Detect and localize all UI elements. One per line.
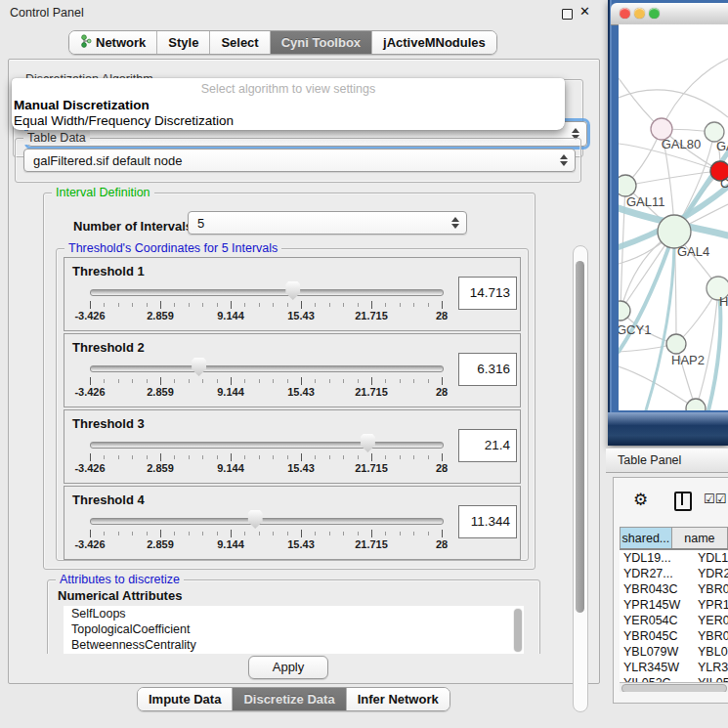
tab-discretize-data[interactable]: Discretize Data	[233, 688, 346, 710]
table-row[interactable]: YLR345WYLR34	[620, 660, 728, 675]
zoom-traffic-light[interactable]	[649, 8, 660, 19]
algorithm-option-manual-discretization[interactable]: Manual Discretization	[14, 98, 563, 113]
network-node[interactable]	[666, 334, 686, 354]
thresholds-group: Threshold's Coordinates for 5 Intervals …	[56, 248, 529, 561]
cell-name: YBR04	[692, 581, 728, 597]
cell-shared-name: YBL079W	[620, 644, 692, 660]
table-data-title: Table Data	[23, 131, 90, 145]
attribute-item-betweennesscentrality[interactable]: BetweennessCentrality	[64, 637, 524, 653]
algorithm-popup-hint: Select algorithm to view settings	[12, 82, 565, 96]
network-icon	[80, 34, 92, 51]
interval-definition-group: Interval Definition Number of Intervals …	[43, 193, 535, 570]
table-row[interactable]: YBL079WYBL07	[620, 644, 728, 660]
slider-thumb[interactable]	[360, 434, 376, 452]
float-window-icon[interactable]	[562, 9, 573, 20]
table-row[interactable]: YER054CYER05	[620, 613, 728, 628]
split-columns-icon[interactable]	[674, 492, 692, 511]
node-label-gal11: GAL11	[626, 194, 665, 209]
tab-cyni-toolbox[interactable]: Cyni Toolbox	[271, 31, 372, 54]
table-panel-title: Table Panel	[618, 453, 681, 467]
attributes-scrollbar[interactable]	[513, 608, 523, 653]
tab-style[interactable]: Style	[157, 31, 210, 54]
threshold-slider-3[interactable]: -3.4262.8599.14415.4321.71528	[64, 410, 520, 483]
node-table: shared...name YDL19...YDL19YDR27...YDR27…	[620, 527, 728, 692]
network-node[interactable]	[619, 175, 636, 196]
cell-shared-name: YBR045C	[620, 628, 692, 644]
slider-thumb[interactable]	[191, 358, 207, 376]
network-node[interactable]	[686, 399, 706, 410]
threshold-row-4: Threshold 4-3.4262.8599.14415.4321.71528…	[64, 486, 521, 560]
table-row[interactable]: YIL052CYIL05	[620, 675, 728, 682]
tab-jactivemnodules[interactable]: jActiveMNodules	[372, 31, 496, 54]
number-of-intervals-combobox[interactable]: 5	[188, 211, 467, 235]
network-node[interactable]	[619, 301, 630, 321]
attribute-item-topologicalcoefficient[interactable]: TopologicalCoefficient	[64, 621, 524, 637]
slider-thumb[interactable]	[284, 281, 301, 300]
cell-name: YDR27	[692, 566, 728, 581]
tab-network[interactable]: Network	[69, 31, 157, 54]
threshold-value-field-1[interactable]: 14.713	[458, 277, 517, 310]
table-row[interactable]: YDR27...YDR27	[620, 566, 728, 581]
cyni-toolbox-content: Discretization Algorithm Table Data galF…	[8, 59, 600, 684]
table-row[interactable]: YBR045CYBR04	[620, 628, 728, 644]
table-data-combobox[interactable]: galFiltered.sif default node	[23, 149, 576, 172]
threshold-row-2: Threshold 2-3.4262.8599.14415.4321.71528…	[64, 333, 521, 407]
node-label-hap2: HAP2	[671, 353, 705, 367]
threshold-slider-2[interactable]: -3.4262.8599.14415.4321.71528	[64, 334, 520, 407]
apply-button[interactable]: Apply	[248, 656, 328, 679]
number-of-intervals-value: 5	[197, 216, 204, 231]
tab-infer-network[interactable]: Infer Network	[347, 688, 450, 710]
table-row[interactable]: YDL19...YDL19	[620, 550, 728, 566]
numerical-attributes-label: Numerical Attributes	[58, 588, 182, 603]
table-row[interactable]: YBR043CYBR04	[620, 581, 728, 597]
network-node[interactable]	[658, 215, 691, 248]
settings-scrollbar[interactable]	[573, 245, 588, 712]
screen: Control Panel ✕ NetworkStyleSelectCyni T…	[0, 0, 728, 728]
attribute-item-selfloops[interactable]: SelfLoops	[64, 606, 524, 621]
network-edge	[619, 90, 728, 117]
algorithm-option-equal-width-frequency-discretization[interactable]: Equal Width/Frequency Discretization	[14, 113, 563, 129]
threshold-slider-1[interactable]: -3.4262.8599.14415.4321.71528	[64, 258, 520, 330]
tab-label: Select	[221, 35, 258, 50]
cell-shared-name: YBR043C	[620, 581, 692, 597]
combo-arrows-icon	[560, 154, 568, 166]
node-label-h: H	[719, 294, 728, 309]
table-row[interactable]: YPR145WYPR14	[620, 597, 728, 613]
tab-label: Discretize Data	[243, 692, 334, 707]
threshold-value-field-2[interactable]: 6.316	[458, 353, 517, 386]
column-header-name[interactable]: name	[672, 528, 728, 548]
checkbox-icons[interactable]: ☑☑	[704, 492, 726, 506]
network-edge-highlighted	[646, 232, 674, 410]
cell-name: YER05	[692, 613, 728, 628]
tab-label: jActiveMNodules	[383, 35, 486, 50]
network-svg: GAL80GACGAL11GAL4GCY1HHAP2	[619, 24, 728, 410]
cell-shared-name: YDR27...	[620, 566, 692, 581]
cell-name: YIL05	[692, 675, 728, 682]
tab-impute-data[interactable]: Impute Data	[138, 688, 233, 710]
cell-shared-name: YER054C	[620, 613, 692, 628]
top-tab-bar: NetworkStyleSelectCyni ToolboxjActiveMNo…	[68, 30, 497, 55]
cell-name: YDL19	[692, 550, 728, 566]
slider-thumb[interactable]	[247, 510, 264, 529]
threshold-slider-4[interactable]: -3.4262.8599.14415.4321.71528	[64, 487, 520, 559]
interval-definition-title: Interval Definition	[52, 186, 154, 199]
tab-select[interactable]: Select	[210, 31, 270, 54]
tab-label: Infer Network	[358, 692, 439, 707]
numerical-attributes-list[interactable]: SelfLoopsTopologicalCoefficientBetweenne…	[64, 606, 524, 654]
network-canvas[interactable]: GAL80GACGAL11GAL4GCY1HHAP2	[619, 24, 728, 410]
table-rows: YDL19...YDL19YDR27...YDR27YBR043CYBR04YP…	[620, 550, 728, 682]
table-hscrollbar[interactable]	[620, 682, 728, 692]
close-icon[interactable]: ✕	[579, 4, 590, 19]
gear-icon[interactable]: ⚙	[633, 490, 648, 510]
cell-name: YBL07	[692, 644, 728, 660]
number-of-intervals-label: Number of Intervals	[73, 219, 193, 234]
minimize-traffic-light[interactable]	[634, 8, 645, 19]
node-label-c: C	[720, 176, 728, 191]
tab-label: Style	[168, 35, 198, 50]
threshold-value-field-4[interactable]: 11.344	[458, 505, 517, 538]
threshold-value-field-3[interactable]: 21.4	[458, 429, 517, 462]
column-header-shared[interactable]: shared...	[621, 528, 672, 548]
cell-shared-name: YIL052C	[620, 675, 692, 682]
close-traffic-light[interactable]	[620, 8, 630, 19]
table-panel-header: Table Panel	[606, 448, 728, 473]
